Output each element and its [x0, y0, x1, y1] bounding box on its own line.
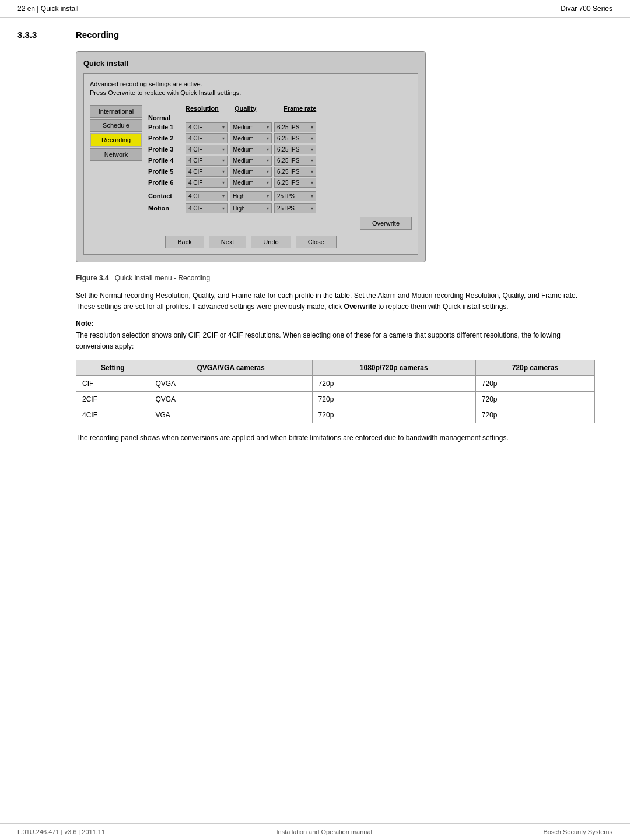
contact-row: Contact 4 CIF ▾ High ▾ 25 IPS ▾: [148, 191, 412, 201]
res-table-cell-2-2: 720p: [312, 407, 475, 423]
profile-resolution-4[interactable]: 4 CIF ▾: [186, 156, 228, 166]
motion-row: Motion 4 CIF ▾ High ▾ 25 IPS ▾: [148, 203, 412, 213]
col-header-quality: Quality: [235, 105, 281, 112]
page-content: 3.3.3 Recording Quick install Advanced r…: [0, 18, 630, 462]
sidebar-item-recording[interactable]: Recording: [90, 133, 142, 147]
dropdown-arrow-icon: ▾: [222, 125, 225, 130]
res-table-cell-1-1: QVGA: [149, 391, 312, 407]
dropdown-arrow-icon: ▾: [267, 180, 269, 185]
sidebar-item-schedule[interactable]: Schedule: [90, 119, 142, 132]
section-title: Recording: [76, 30, 119, 40]
overwrite-button[interactable]: Overwrite: [360, 217, 412, 230]
dropdown-arrow-icon: ▾: [267, 194, 269, 199]
recording-table-area: Resolution Quality Frame rate Normal Pro…: [148, 105, 412, 230]
dropdown-arrow-icon: ▾: [311, 136, 313, 141]
res-table-cell-0-2: 720p: [312, 375, 475, 391]
profile-framerate-2[interactable]: 6.25 IPS ▾: [274, 133, 316, 143]
profile-name-3: Profile 3: [148, 146, 183, 153]
section-heading: 3.3.3 Recording: [18, 30, 612, 40]
profile-resolution-1[interactable]: 4 CIF ▾: [186, 122, 228, 132]
res-table-cell-0-1: QVGA: [149, 375, 312, 391]
next-button[interactable]: Next: [209, 236, 247, 248]
res-table-header-setting: Setting: [76, 360, 149, 375]
body-text-2: The recording panel shows when conversio…: [76, 433, 595, 444]
page-header: 22 en | Quick install Divar 700 Series: [0, 0, 630, 18]
profile-quality-2[interactable]: Medium ▾: [230, 133, 272, 143]
table-row: CIFQVGA720p720p: [76, 375, 595, 391]
page-footer: F.01U.246.471 | v3.6 | 2011.11 Installat…: [0, 823, 630, 840]
profile-resolution-2[interactable]: 4 CIF ▾: [186, 133, 228, 143]
dropdown-arrow-icon: ▾: [222, 194, 225, 199]
alert-line1: Advanced recording settings are active.: [90, 80, 202, 87]
footer-center: Installation and Operation manual: [276, 828, 372, 835]
dropdown-arrow-icon: ▾: [222, 180, 225, 185]
dropdown-arrow-icon: ▾: [311, 147, 313, 152]
res-table-header-720p: 720p cameras: [475, 360, 594, 375]
profile-framerate-1[interactable]: 6.25 IPS ▾: [274, 122, 316, 132]
dropdown-arrow-icon: ▾: [222, 158, 225, 163]
motion-resolution[interactable]: 4 CIF ▾: [186, 203, 228, 213]
profile-framerate-3[interactable]: 6.25 IPS ▾: [274, 145, 316, 154]
profile-name-5: Profile 5: [148, 168, 183, 175]
sidebar-item-international[interactable]: International: [90, 105, 142, 118]
dropdown-arrow-icon: ▾: [222, 206, 225, 211]
section-number: 3.3.3: [18, 30, 52, 40]
back-button[interactable]: Back: [165, 236, 204, 248]
undo-button[interactable]: Undo: [251, 236, 290, 248]
normal-label: Normal: [148, 114, 412, 121]
dropdown-arrow-icon: ▾: [311, 206, 313, 211]
res-table-cell-1-2: 720p: [312, 391, 475, 407]
resolution-table: Setting QVGA/VGA cameras 1080p/720p came…: [76, 360, 595, 423]
overwrite-btn-row: Overwrite: [148, 217, 412, 230]
profile-resolution-3[interactable]: 4 CIF ▾: [186, 145, 228, 154]
profile-name-2: Profile 2: [148, 135, 183, 142]
profile-quality-1[interactable]: Medium ▾: [230, 122, 272, 132]
sidebar-item-network[interactable]: Network: [90, 148, 142, 161]
note-label: Note:: [76, 319, 612, 328]
dropdown-arrow-icon: ▾: [267, 125, 269, 130]
profile-resolution-6[interactable]: 4 CIF ▾: [186, 178, 228, 188]
col-header-framerate: Frame rate: [284, 105, 330, 112]
profile-name-4: Profile 4: [148, 157, 183, 164]
profile-framerate-4[interactable]: 6.25 IPS ▾: [274, 156, 316, 166]
col-header-resolution: Resolution: [186, 105, 232, 112]
contact-resolution[interactable]: 4 CIF ▾: [186, 191, 228, 201]
table-row: 2CIFQVGA720p720p: [76, 391, 595, 407]
dropdown-arrow-icon: ▾: [267, 169, 269, 174]
res-table-cell-0-0: CIF: [76, 375, 149, 391]
profile-row-3: Profile 3 4 CIF ▾ Medium ▾ 6.25 IPS ▾: [148, 145, 412, 154]
header-left: 22 en | Quick install: [18, 5, 79, 13]
table-header-row: Resolution Quality Frame rate: [148, 105, 412, 112]
res-table-cell-2-1: VGA: [149, 407, 312, 423]
profile-name-1: Profile 1: [148, 124, 183, 131]
dropdown-arrow-icon: ▾: [222, 136, 225, 141]
profile-row-6: Profile 6 4 CIF ▾ Medium ▾ 6.25 IPS ▾: [148, 178, 412, 188]
profile-row-2: Profile 2 4 CIF ▾ Medium ▾ 6.25 IPS ▾: [148, 133, 412, 143]
res-table-header-1080p: 1080p/720p cameras: [312, 360, 475, 375]
contact-framerate[interactable]: 25 IPS ▾: [274, 191, 316, 201]
motion-framerate[interactable]: 25 IPS ▾: [274, 203, 316, 213]
footer-left: F.01U.246.471 | v3.6 | 2011.11: [18, 828, 105, 835]
profile-framerate-6[interactable]: 6.25 IPS ▾: [274, 178, 316, 188]
res-table-cell-0-3: 720p: [475, 375, 594, 391]
dropdown-arrow-icon: ▾: [267, 158, 269, 163]
quick-install-title: Quick install: [83, 59, 418, 68]
profile-framerate-5[interactable]: 6.25 IPS ▾: [274, 167, 316, 177]
motion-quality[interactable]: High ▾: [230, 203, 272, 213]
profile-name-6: Profile 6: [148, 179, 183, 186]
close-button[interactable]: Close: [296, 236, 337, 248]
res-table-header-qvga: QVGA/VGA cameras: [149, 360, 312, 375]
note-text: The resolution selection shows only CIF,…: [76, 330, 595, 352]
dropdown-arrow-icon: ▾: [311, 125, 313, 130]
dropdown-arrow-icon: ▾: [267, 136, 269, 141]
res-table-cell-1-3: 720p: [475, 391, 594, 407]
dropdown-arrow-icon: ▾: [311, 180, 313, 185]
profile-quality-4[interactable]: Medium ▾: [230, 156, 272, 166]
motion-label: Motion: [148, 205, 183, 212]
profile-quality-3[interactable]: Medium ▾: [230, 145, 272, 154]
contact-quality[interactable]: High ▾: [230, 191, 272, 201]
profile-quality-6[interactable]: Medium ▾: [230, 178, 272, 188]
profile-resolution-5[interactable]: 4 CIF ▾: [186, 167, 228, 177]
profile-quality-5[interactable]: Medium ▾: [230, 167, 272, 177]
alert-line2: Press Overwrite to replace with Quick In…: [90, 89, 241, 96]
